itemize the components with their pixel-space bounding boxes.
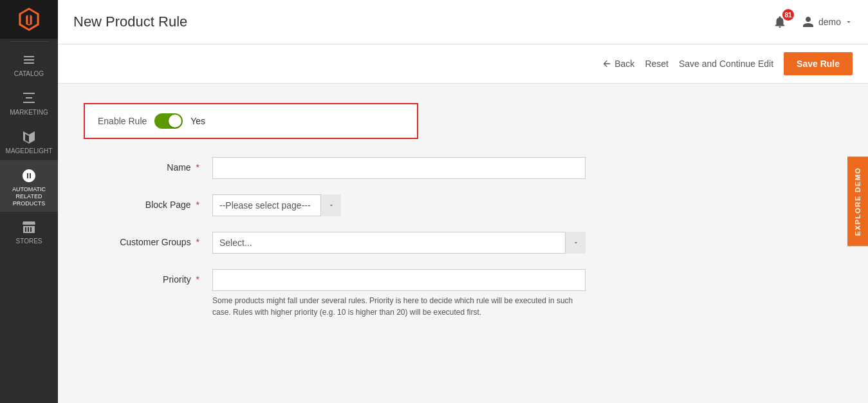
sidebar-item-automatic-related[interactable]: AUTOMATIC RELATED PRODUCTS <box>0 160 58 212</box>
catalog-icon <box>21 52 37 68</box>
notification-bell[interactable]: 81 <box>768 10 791 33</box>
priority-input[interactable] <box>212 269 586 291</box>
priority-label: Priority * <box>84 269 212 285</box>
sidebar-item-magedelight[interactable]: MAGEDELIGHT <box>0 122 58 160</box>
stores-icon <box>21 220 37 235</box>
sidebar: CATALOG MARKETING MAGEDELIGHT AUTOMATIC … <box>0 0 58 403</box>
user-name: demo <box>818 17 841 27</box>
priority-help-text: Some products might fall under several r… <box>212 295 586 318</box>
customer-groups-field-container: Select... <box>212 232 842 254</box>
reset-button[interactable]: Reset <box>645 59 669 69</box>
priority-required-star: * <box>194 274 199 285</box>
sidebar-magedelight-label: MAGEDELIGHT <box>6 147 53 155</box>
user-menu[interactable]: demo <box>802 15 853 28</box>
explore-demo-button[interactable]: EXPLORE DEMO <box>847 157 868 247</box>
content-area: Enable Rule Yes Name * Block Page * <box>58 84 868 403</box>
arrow-left-icon <box>602 59 612 69</box>
notification-count: 81 <box>782 9 794 21</box>
sidebar-stores-label: STORES <box>16 238 42 245</box>
sidebar-logo <box>0 0 58 39</box>
enable-rule-toggle[interactable] <box>154 113 183 129</box>
toolbar: Back Reset Save and Continue Edit Save R… <box>58 44 868 84</box>
sidebar-marketing-label: MARKETING <box>10 109 48 117</box>
block-page-label: Block Page * <box>84 194 212 210</box>
toggle-yes-label: Yes <box>190 116 205 126</box>
magento-logo-icon <box>17 8 41 31</box>
sidebar-item-catalog[interactable]: CATALOG <box>0 44 58 83</box>
enable-rule-label: Enable Rule <box>98 116 147 126</box>
top-header: New Product Rule 81 demo <box>58 0 868 44</box>
customer-groups-row: Customer Groups * Select... <box>84 232 842 254</box>
sidebar-catalog-label: CATALOG <box>14 70 44 78</box>
priority-row: Priority * Some products might fall unde… <box>84 269 842 318</box>
save-continue-button[interactable]: Save and Continue Edit <box>679 59 773 69</box>
back-button[interactable]: Back <box>602 59 634 69</box>
enable-rule-container: Enable Rule Yes <box>84 103 418 139</box>
save-rule-button[interactable]: Save Rule <box>784 52 853 75</box>
block-page-select-wrapper: --Please select page--- <box>212 194 341 216</box>
customer-groups-required-star: * <box>194 237 199 247</box>
customer-groups-label: Customer Groups * <box>84 232 212 247</box>
sidebar-automatic-label: AUTOMATIC RELATED PRODUCTS <box>3 186 55 207</box>
header-right: 81 demo <box>768 10 853 33</box>
block-page-field-container: --Please select page--- <box>212 194 842 216</box>
priority-field-container: Some products might fall under several r… <box>212 269 842 318</box>
customer-groups-select[interactable]: Select... <box>212 232 586 254</box>
name-label: Name * <box>84 157 212 173</box>
user-chevron-icon <box>845 18 853 26</box>
block-page-row: Block Page * --Please select page--- <box>84 194 842 216</box>
marketing-icon <box>21 91 37 106</box>
block-page-select[interactable]: --Please select page--- <box>212 194 341 216</box>
sidebar-divider-1 <box>10 41 48 42</box>
name-field-container <box>212 157 842 179</box>
main-content: New Product Rule 81 demo <box>58 0 868 403</box>
automatic-related-icon <box>21 168 37 183</box>
block-page-required-star: * <box>194 200 199 210</box>
name-input[interactable] <box>212 157 586 179</box>
customer-groups-select-wrapper: Select... <box>212 232 586 254</box>
sidebar-item-stores[interactable]: STORES <box>0 212 58 250</box>
sidebar-item-marketing[interactable]: MARKETING <box>0 83 58 122</box>
name-required-star: * <box>194 162 199 173</box>
name-row: Name * <box>84 157 842 179</box>
magedelight-icon <box>21 129 37 145</box>
user-avatar-icon <box>802 15 815 28</box>
page-title: New Product Rule <box>73 14 187 30</box>
